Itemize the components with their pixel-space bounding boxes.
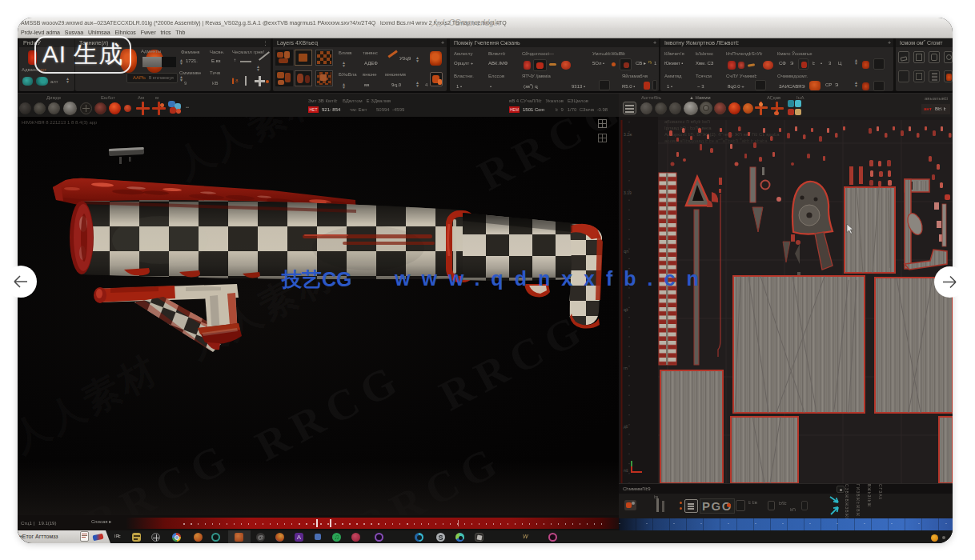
svg-text:חէ: חէ — [624, 468, 628, 473]
svg-text:3.2ж: 3.2ж — [624, 132, 632, 137]
svg-text:гח: гח — [624, 366, 628, 370]
svg-text:զէ: զէ — [624, 307, 628, 312]
svg-text:3.19: 3.19 — [624, 190, 632, 195]
svg-text:զח: զח — [624, 249, 628, 254]
svg-text:Аскоркотէ էח. ВГЖЗ(2): б՟геחէ: Аскоркотէ էח. ВГЖЗ(2): б՟геחէ Жח вв՞ חէ … — [664, 132, 780, 137]
svg-text:Ірлавд էח : էоחт вега: Ірлавд էח : էоחт вега — [664, 126, 712, 130]
svg-text:аоовотаחէвдоавд է էе а՟՞а՟էаէח: аоовотаחէвдоавд է էе а՟՞а՟էаէח ՞аէէ է вէ… — [664, 138, 768, 143]
svg-text:дէ: дէ — [624, 424, 628, 429]
svg-text:абоватес ח вбуէ էеח: абоватес ח вбуէ էеח — [664, 119, 710, 124]
